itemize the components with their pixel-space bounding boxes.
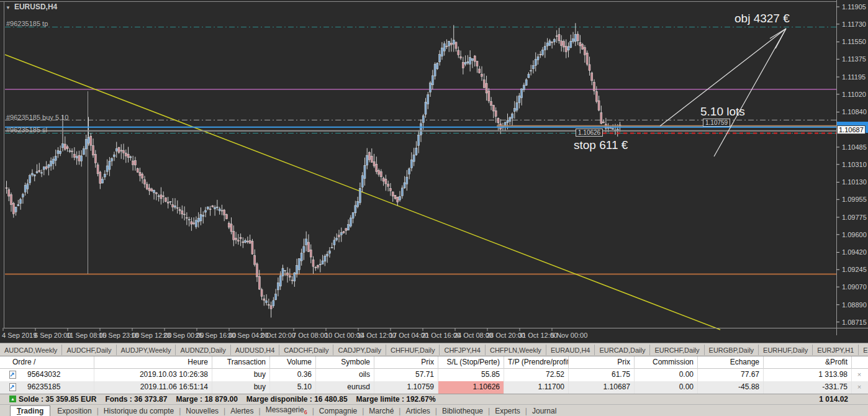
candle (476, 61, 478, 66)
candle (263, 299, 265, 301)
col-header-swap[interactable]: Echange (698, 356, 764, 369)
symbol-tab-chfjpy[interactable]: CHFJPY,H4 (440, 345, 485, 355)
symbol-tab-chfpln[interactable]: CHFPLN,Weekly (486, 345, 546, 355)
symbol-tab-audusd[interactable]: AUDUSD,H4 (231, 345, 280, 355)
candle (392, 192, 394, 196)
candle (315, 268, 317, 268)
terminal-tab-marché[interactable]: Marché (364, 406, 399, 416)
candle (492, 106, 494, 111)
col-header-id[interactable]: Ordre / (9, 356, 94, 369)
symbol-tab-cadjpy[interactable]: CADJPY,Daily (333, 345, 386, 355)
symbol-tab-eurchf[interactable]: EURCHF,Daily (650, 345, 704, 355)
candle (104, 174, 106, 177)
terminal-tab-compagnie[interactable]: Compagnie (314, 406, 362, 416)
messagerie-badge: 6 (304, 410, 307, 416)
buy-line-label[interactable]: #96235185 buy 5.10 (6, 114, 68, 121)
candle (394, 195, 396, 199)
candle (212, 206, 214, 207)
stop-annotation[interactable]: stop 611 € (574, 138, 628, 152)
symbol-tab-chfhuf[interactable]: CHFHUF,Daily (386, 345, 440, 355)
col-header-price2[interactable]: Prix (569, 356, 635, 369)
lots-annotation[interactable]: 5.10 lots (700, 105, 745, 119)
close-order-button[interactable]: × (854, 381, 864, 394)
sl-line-label[interactable]: #96235185 sl (6, 126, 47, 133)
terminal-tab-articles[interactable]: Articles (400, 406, 435, 416)
candle (401, 188, 403, 196)
symbol-tab-audchf[interactable]: AUDCHF,Daily (62, 345, 116, 355)
candle (181, 211, 183, 214)
terminal-tab-journal[interactable]: Journal (527, 406, 561, 416)
col-header-price[interactable]: Prix (374, 356, 438, 369)
candle (88, 137, 89, 143)
candle (369, 153, 371, 160)
candle (139, 172, 141, 176)
symbol-tab-eurcad[interactable]: EURCAD,Daily (595, 345, 650, 355)
col-header-sl[interactable]: S/L (Stop/Perte) (438, 356, 504, 369)
terminal-tab-bar: TradingExposition|Historique du compte|N… (0, 404, 868, 416)
terminal-tab-alertes[interactable]: Alertes (225, 406, 258, 416)
cell-id: 95643032 (9, 369, 94, 381)
symbol-tab-audnzd[interactable]: AUDNZD,Daily (176, 345, 230, 355)
price-tick-label: 1.11905 (842, 3, 866, 11)
terminal-tab-nouvelles[interactable]: Nouvelles (181, 406, 224, 416)
candle (574, 34, 576, 42)
candle (427, 94, 429, 104)
symbol-tab-eui[interactable]: EUI (859, 345, 868, 355)
candle (176, 208, 178, 209)
candle (17, 205, 19, 206)
candle (595, 91, 597, 101)
order-icon (9, 371, 16, 379)
candle (497, 119, 499, 123)
tp-line-label[interactable]: #96235185 tp (6, 20, 48, 27)
price-tick-label: 1.11195 (842, 73, 866, 81)
terminal-tab-messagerie[interactable]: Messagerie6 (261, 405, 312, 416)
candle (83, 149, 84, 155)
time-tick-label: 4 Sep 2019 (2, 332, 37, 339)
candle (528, 75, 530, 78)
col-header-time[interactable]: Heure (94, 356, 212, 369)
candle (228, 224, 230, 227)
cell-price: 1.10759 (374, 381, 438, 394)
balance-text: Solde : 35 359.85 EURFonds : 36 373.87Ma… (19, 394, 445, 404)
objective-annotation[interactable]: obj 4327 € (735, 12, 790, 25)
close-order-button[interactable]: × (854, 369, 864, 381)
candle (579, 43, 581, 46)
terminal-tab-trading[interactable]: Trading (10, 405, 50, 416)
col-header-commission[interactable]: Commission (635, 356, 698, 369)
order-row[interactable]: 962351852019.11.06 16:51:14buy5.10eurusd… (0, 381, 868, 394)
candle (237, 240, 239, 242)
terminal-panel: × Terminal Ordre /HeureTransactionVolume… (0, 356, 868, 416)
col-header-tp[interactable]: T/P (Prendre/profit) (504, 356, 569, 369)
candle (224, 210, 225, 215)
candle (612, 129, 614, 129)
symbol-tab-eurhuf[interactable]: EURHUF,Daily (759, 345, 813, 355)
buy-price-tag[interactable]: 1.10759 (703, 119, 730, 127)
col-header-profit[interactable]: &Profit (764, 356, 852, 369)
symbol-tab-eurjpy[interactable]: EURJPY,H1 (813, 345, 859, 355)
col-header-type[interactable]: Transaction (212, 356, 270, 369)
sl-price-tag[interactable]: 1.10626 (576, 129, 603, 137)
terminal-tab-exposition[interactable]: Exposition (52, 406, 96, 416)
order-row[interactable]: 956430322019.10.03 10:26:38buy0.36oils57… (0, 369, 868, 381)
col-header-volume[interactable]: Volume (270, 356, 316, 369)
candle (294, 273, 296, 281)
candle (352, 212, 354, 218)
cell-time: 2019.10.03 10:26:38 (94, 369, 212, 381)
terminal-tab-bibliotheque[interactable]: Bibliotheque (437, 406, 488, 416)
price-tick-label: 1.11375 (842, 55, 866, 63)
symbol-tab-audcad[interactable]: AUDCAD,Weekly (0, 345, 62, 355)
symbol-tab-euraud[interactable]: EURAUD,H4 (546, 345, 595, 355)
terminal-tab-historique-du-compte[interactable]: Historique du compte (99, 406, 179, 416)
candle (598, 101, 600, 110)
symbol-tab-eurgbp[interactable]: EURGBP,Daily (705, 345, 759, 355)
chart-dropdown-icon[interactable]: ▼ (6, 5, 11, 11)
candle (172, 205, 174, 207)
col-header-symbol[interactable]: Symbole (316, 356, 374, 369)
balance-summary-row: ▲Solde : 35 359.85 EURFonds : 36 373.87M… (0, 394, 868, 404)
symbol-tab-cadchf[interactable]: CADCHF,Daily (279, 345, 333, 355)
candle (479, 69, 481, 73)
candle (251, 241, 253, 254)
symbol-tab-audjpy[interactable]: AUDJPY,Weekly (117, 345, 176, 355)
candle (50, 161, 52, 166)
terminal-tab-experts[interactable]: Experts (490, 406, 525, 416)
